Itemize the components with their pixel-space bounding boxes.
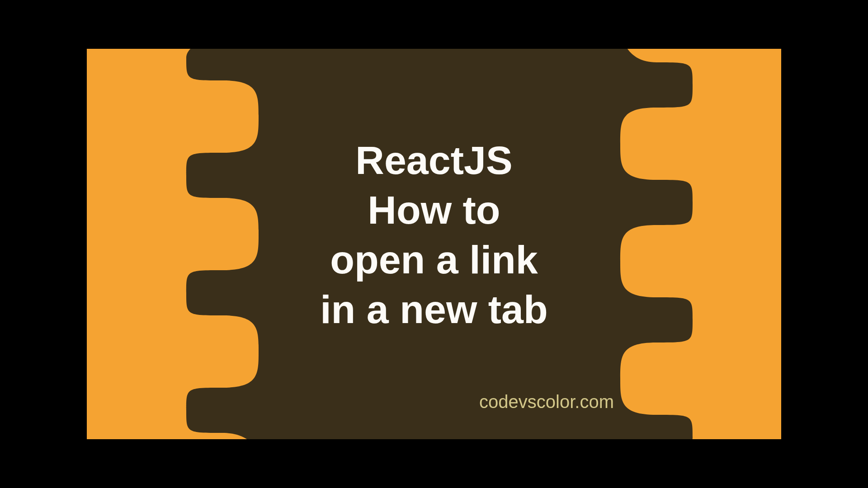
title-line-2: How to — [320, 185, 548, 235]
title-line-1: ReactJS — [320, 136, 548, 185]
title-line-3: open a link — [320, 235, 548, 285]
content-area: ReactJS How to open a link in a new tab — [87, 49, 781, 439]
title-line-4: in a new tab — [320, 285, 548, 334]
site-watermark: codevscolor.com — [479, 392, 614, 412]
banner-card: ReactJS How to open a link in a new tab … — [87, 49, 781, 439]
banner-title: ReactJS How to open a link in a new tab — [320, 136, 548, 334]
